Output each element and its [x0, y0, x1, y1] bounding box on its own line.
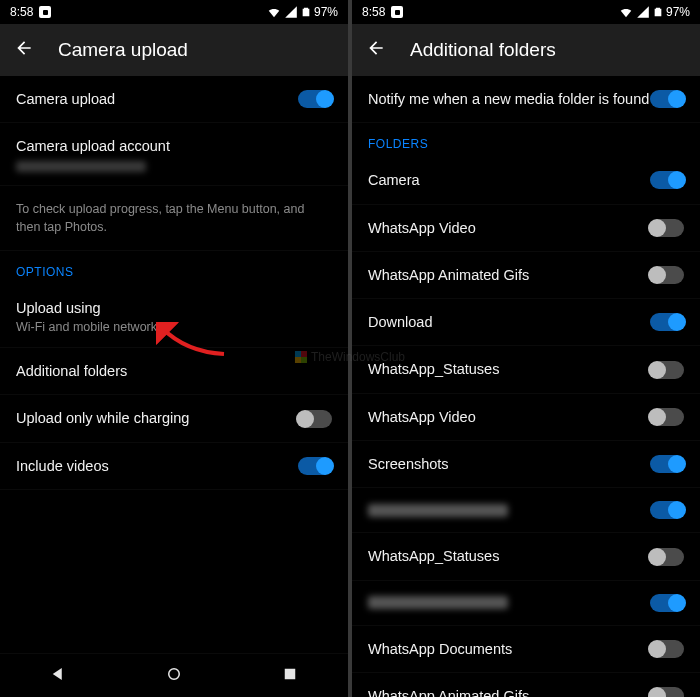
folder-toggle[interactable] — [650, 408, 684, 426]
settings-list: Camera upload Camera upload account To c… — [0, 76, 348, 653]
row-additional-folders[interactable]: Additional folders — [0, 348, 348, 395]
row-label: Camera upload account — [16, 136, 332, 156]
folder-row[interactable]: WhatsApp_Statuses — [352, 533, 700, 580]
folder-row[interactable] — [352, 581, 700, 626]
folder-label: Download — [368, 312, 650, 332]
status-bar: 8:58 97% — [0, 0, 348, 24]
section-header-folders: FOLDERS — [352, 123, 700, 157]
status-time: 8:58 — [10, 5, 33, 19]
notification-icon — [39, 6, 51, 18]
folder-row[interactable] — [352, 488, 700, 533]
folder-label: WhatsApp Animated Gifs — [368, 265, 650, 285]
folder-row[interactable]: WhatsApp Documents — [352, 626, 700, 673]
folders-list: Notify me when a new media folder is fou… — [352, 76, 700, 697]
folder-toggle[interactable] — [650, 455, 684, 473]
toggle-upload-charging[interactable] — [298, 410, 332, 428]
folder-toggle[interactable] — [650, 501, 684, 519]
folder-toggle[interactable] — [650, 594, 684, 612]
back-icon[interactable] — [366, 38, 386, 62]
section-header-options: OPTIONS — [0, 251, 348, 285]
row-label: Additional folders — [16, 361, 332, 381]
row-upload-using[interactable]: Upload using Wi-Fi and mobile network — [0, 285, 348, 348]
folder-row[interactable]: WhatsApp_Statuses — [352, 346, 700, 393]
folder-label: WhatsApp Video — [368, 407, 650, 427]
signal-icon — [284, 5, 298, 19]
row-sublabel: Wi-Fi and mobile network — [16, 320, 332, 334]
battery-percent: 97% — [666, 5, 690, 19]
signal-icon — [636, 5, 650, 19]
navigation-bar — [0, 653, 348, 697]
notification-icon — [391, 6, 403, 18]
row-account[interactable]: Camera upload account — [0, 123, 348, 185]
folder-toggle[interactable] — [650, 171, 684, 189]
battery-icon — [653, 5, 663, 19]
folder-label: Screenshots — [368, 454, 650, 474]
folder-row[interactable]: Screenshots — [352, 441, 700, 488]
folder-toggle[interactable] — [650, 361, 684, 379]
status-bar: 8:58 97% — [352, 0, 700, 24]
folder-toggle[interactable] — [650, 640, 684, 658]
folder-label-blurred — [368, 504, 508, 517]
row-info-text: To check upload progress, tap the Menu b… — [0, 186, 348, 251]
app-bar: Additional folders — [352, 24, 700, 76]
battery-percent: 97% — [314, 5, 338, 19]
folder-toggle[interactable] — [650, 266, 684, 284]
folder-label: WhatsApp Animated Gifs — [368, 686, 650, 697]
page-title: Additional folders — [410, 39, 556, 61]
folder-toggle[interactable] — [650, 548, 684, 566]
info-text: To check upload progress, tap the Menu b… — [16, 200, 332, 236]
toggle-notify[interactable] — [650, 90, 684, 108]
folder-toggle[interactable] — [650, 219, 684, 237]
account-email-blurred — [16, 161, 146, 172]
row-include-videos[interactable]: Include videos — [0, 443, 348, 490]
row-notify-new-folder[interactable]: Notify me when a new media folder is fou… — [352, 76, 700, 123]
folder-label: WhatsApp_Statuses — [368, 546, 650, 566]
folder-toggle[interactable] — [650, 313, 684, 331]
svg-rect-1 — [285, 668, 296, 679]
toggle-camera-upload[interactable] — [298, 90, 332, 108]
folder-row[interactable]: WhatsApp Video — [352, 394, 700, 441]
folder-row[interactable]: Download — [352, 299, 700, 346]
battery-icon — [301, 5, 311, 19]
row-label: Notify me when a new media folder is fou… — [368, 89, 650, 109]
back-icon[interactable] — [14, 38, 34, 62]
row-label: Camera upload — [16, 89, 298, 109]
folder-row[interactable]: Camera — [352, 157, 700, 204]
wifi-icon — [619, 5, 633, 19]
toggle-include-videos[interactable] — [298, 457, 332, 475]
folder-label-blurred — [368, 596, 508, 609]
folder-row[interactable]: WhatsApp Video — [352, 205, 700, 252]
row-label: Upload only while charging — [16, 408, 298, 428]
row-label: Upload using — [16, 298, 332, 318]
row-label: Include videos — [16, 456, 298, 476]
folder-label: WhatsApp Documents — [368, 639, 650, 659]
folder-label: WhatsApp Video — [368, 218, 650, 238]
phone-left: 8:58 97% Camera upload Camera upload — [0, 0, 348, 697]
status-time: 8:58 — [362, 5, 385, 19]
row-camera-upload[interactable]: Camera upload — [0, 76, 348, 123]
app-bar: Camera upload — [0, 24, 348, 76]
folder-row[interactable]: WhatsApp Animated Gifs — [352, 673, 700, 697]
page-title: Camera upload — [58, 39, 188, 61]
folder-label: WhatsApp_Statuses — [368, 359, 650, 379]
folder-toggle[interactable] — [650, 687, 684, 697]
svg-point-0 — [169, 668, 180, 679]
row-upload-charging[interactable]: Upload only while charging — [0, 395, 348, 442]
nav-recents-icon[interactable] — [281, 665, 299, 687]
folder-row[interactable]: WhatsApp Animated Gifs — [352, 252, 700, 299]
phone-right: 8:58 97% Additional folders Notify me wh… — [352, 0, 700, 697]
wifi-icon — [267, 5, 281, 19]
folder-label: Camera — [368, 170, 650, 190]
nav-back-icon[interactable] — [49, 665, 67, 687]
nav-home-icon[interactable] — [165, 665, 183, 687]
